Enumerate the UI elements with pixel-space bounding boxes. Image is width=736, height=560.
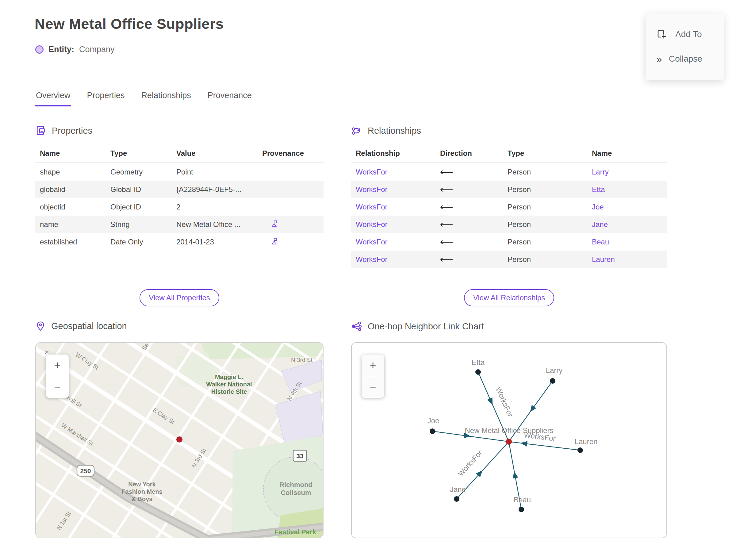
relationship-link[interactable]: WorksFor	[351, 238, 435, 246]
chart-zoom-out-button[interactable]: −	[362, 376, 384, 398]
relationship-link[interactable]: WorksFor	[351, 203, 435, 211]
svg-text:33: 33	[296, 452, 303, 459]
edge-lauren[interactable]	[509, 442, 580, 450]
entity-link[interactable]: Lauren	[587, 255, 667, 264]
relationship-row: WorksFor ⟵ Person Larry	[351, 163, 667, 181]
collapse-button[interactable]: » Collapse	[656, 47, 724, 71]
page-title: New Metal Office Suppliers	[35, 15, 224, 32]
view-all-properties-wrap: View All Properties	[35, 289, 324, 306]
relationship-link[interactable]: WorksFor	[351, 185, 435, 194]
view-all-relationships-button[interactable]: View All Relationships	[464, 289, 554, 306]
relationships-table: Relationship Direction Type Name WorksFo…	[351, 145, 667, 268]
col-direction: Direction	[435, 145, 503, 163]
property-row: established Date Only 2014-01-23	[35, 233, 324, 251]
poi-label: Walker National	[206, 381, 252, 388]
chart-zoom-in-button[interactable]: +	[362, 355, 384, 376]
direction-arrow: ⟵	[435, 219, 503, 230]
relationship-row: WorksFor ⟵ Person Joe	[351, 198, 667, 216]
link-chart-canvas[interactable]: WorksFor WorksFor WorksFor Etta Larry Jo…	[352, 343, 666, 538]
node-beau[interactable]	[519, 507, 524, 512]
poi-label: New York	[128, 481, 156, 488]
tab-overview[interactable]: Overview	[35, 91, 71, 106]
entity-link[interactable]: Jane	[587, 220, 667, 229]
map-pin-icon	[35, 321, 46, 331]
entity-link[interactable]: Etta	[587, 185, 667, 194]
provenance-flag-icon[interactable]	[270, 237, 278, 245]
relationship-link[interactable]: WorksFor	[351, 220, 435, 229]
node-lauren[interactable]	[577, 447, 583, 453]
entity-link[interactable]: Beau	[587, 238, 667, 246]
relationship-row: WorksFor ⟵ Person Etta	[351, 181, 667, 198]
node-center-company[interactable]	[506, 439, 512, 445]
col-value: Value	[172, 145, 258, 163]
link-chart-icon	[351, 321, 362, 332]
map-marker[interactable]	[176, 436, 182, 443]
add-to-button[interactable]: Add To	[656, 22, 724, 47]
poi-label: Festival Park	[274, 528, 316, 536]
tab-relationships[interactable]: Relationships	[141, 91, 192, 106]
direction-arrow: ⟵	[435, 167, 503, 177]
add-to-label: Add To	[675, 29, 702, 39]
center-node-label: New Metal Office Suppliers	[465, 426, 553, 435]
poi-label: Maggie L.	[215, 374, 243, 380]
map-zoom-out-button[interactable]: −	[46, 376, 69, 398]
col-type: Type	[106, 145, 172, 163]
entity-type-dot-icon	[35, 45, 44, 54]
basemap[interactable]: 250 33 k Rd W Clay St Sa N 3rd St N 4th …	[36, 343, 323, 538]
node-etta[interactable]	[475, 369, 481, 375]
street-label: N 3rd St	[291, 357, 312, 363]
properties-icon	[35, 125, 46, 136]
property-row: shape Geometry Point	[35, 163, 324, 181]
node-label: Lauren	[575, 437, 598, 446]
col-provenance: Provenance	[258, 145, 324, 163]
properties-table: Name Type Value Provenance shape Geometr…	[35, 145, 324, 251]
node-label: Jane	[450, 485, 466, 493]
arrowhead	[528, 405, 536, 413]
poi-label: Historic Site	[211, 388, 247, 395]
map-panel[interactable]: + −	[35, 342, 324, 538]
relationships-table-header: Relationship Direction Type Name	[351, 145, 667, 163]
col-name: Name	[587, 145, 667, 163]
relationship-link[interactable]: WorksFor	[351, 255, 435, 264]
property-row: name String New Metal Office ...	[35, 216, 324, 233]
entity-type-value: Company	[79, 45, 115, 54]
direction-arrow: ⟵	[435, 254, 503, 265]
relationship-link[interactable]: WorksFor	[351, 168, 435, 176]
entity-link[interactable]: Joe	[587, 203, 667, 211]
properties-section-title: Properties	[52, 126, 92, 136]
poi-label: Coliseum	[281, 489, 311, 497]
tab-bar: Overview Properties Relationships Proven…	[35, 91, 252, 106]
svg-text:250: 250	[80, 467, 91, 474]
relationships-section-header: Relationships	[351, 125, 421, 136]
relationship-row: WorksFor ⟵ Person Lauren	[351, 251, 667, 268]
link-chart-panel[interactable]: + − WorksFor WorksFor WorksFor	[351, 342, 667, 538]
poi-label: Richmond	[279, 481, 312, 489]
view-all-properties-button[interactable]: View All Properties	[140, 289, 219, 306]
node-joe[interactable]	[430, 428, 435, 434]
tab-properties[interactable]: Properties	[86, 91, 125, 106]
relationships-section-title: Relationships	[368, 126, 421, 136]
direction-arrow: ⟵	[435, 201, 503, 212]
floating-action-menu: Add To » Collapse	[646, 13, 724, 80]
property-row: objectid Object ID 2	[35, 198, 324, 216]
poi-label: Fashion Mens	[121, 488, 162, 495]
link-chart-section-header: One-hop Neighbor Link Chart	[351, 321, 484, 332]
node-jane[interactable]	[454, 496, 459, 502]
property-row: globalid Global ID {A228944F-0EF5-...	[35, 181, 324, 198]
node-label: Beau	[514, 496, 531, 504]
geospatial-section-title: Geospatial location	[51, 321, 127, 331]
properties-table-header: Name Type Value Provenance	[35, 145, 324, 163]
provenance-flag-icon[interactable]	[270, 219, 278, 228]
node-label: Larry	[546, 366, 563, 374]
entity-link[interactable]: Larry	[587, 168, 667, 176]
map-zoom-in-button[interactable]: +	[46, 355, 69, 376]
col-name: Name	[35, 145, 106, 163]
node-larry[interactable]	[550, 378, 555, 384]
tab-provenance[interactable]: Provenance	[207, 91, 252, 106]
arrowhead	[520, 440, 527, 447]
properties-section-header: Properties	[35, 125, 92, 136]
geospatial-section-header: Geospatial location	[35, 321, 127, 331]
collapse-label: Collapse	[669, 54, 702, 64]
direction-arrow: ⟵	[435, 236, 503, 247]
entity-badge: Entity: Company	[35, 45, 115, 54]
